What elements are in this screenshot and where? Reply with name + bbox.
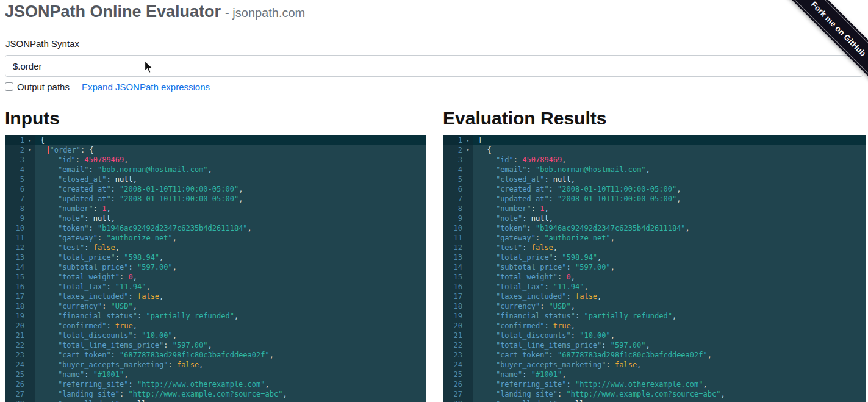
code-line-text: "total_discounts": "10.00", [35, 331, 426, 340]
code-line-text: { [473, 145, 866, 155]
code-line: 6 "created_at": "2008-01-10T11:00:00-05:… [5, 184, 426, 194]
output-paths-checkbox[interactable] [5, 82, 13, 91]
gutter-line-number: 24 [443, 360, 473, 370]
fold-gutter-spacer [24, 253, 35, 262]
line-number: 7 [443, 194, 462, 204]
line-number: 16 [5, 282, 24, 292]
code-line-text: "name": "#1001", [473, 370, 866, 379]
gutter-line-number: 27 [443, 389, 473, 399]
code-line: 9 "note": null, [443, 214, 866, 223]
code-line-text: { [35, 135, 426, 145]
line-number: 19 [5, 311, 24, 321]
line-number: 4 [443, 165, 462, 174]
gutter-line-number: 10 [443, 223, 473, 233]
code-line-text: "cancelled_at": null, [35, 399, 426, 402]
line-number: 8 [5, 204, 24, 214]
code-line: 8 "number": 1, [5, 204, 426, 214]
code-line-text: "total_line_items_price": "597.00", [473, 340, 866, 350]
github-ribbon-label: Fork me on GitHub [809, 0, 868, 58]
fold-gutter-spacer [462, 282, 473, 292]
line-number: 20 [443, 321, 462, 331]
gutter-line-number: 13 [443, 253, 473, 262]
gutter-line-number: 11 [443, 233, 473, 243]
line-number: 11 [443, 233, 462, 243]
gutter-line-number: 23 [5, 350, 35, 360]
code-line: 14 "subtotal_price": "597.00", [443, 262, 866, 272]
code-line: 5 "closed_at": null, [5, 174, 426, 184]
code-line-text: "total_tax": "11.94", [35, 282, 426, 292]
evaluation-results-panel: Evaluation Results 1▾[2▾ {3 "id": 450789… [443, 107, 866, 402]
fold-gutter-spacer [24, 174, 35, 184]
line-number: 12 [443, 243, 462, 253]
line-number: 12 [5, 243, 24, 253]
gutter-line-number: 19 [5, 311, 35, 321]
gutter-line-number: 18 [5, 301, 35, 311]
gutter-line-number: 4 [5, 165, 35, 174]
line-number: 11 [5, 233, 24, 243]
gutter-line-number: 2▾ [443, 145, 473, 155]
code-line: 25 "name": "#1001", [5, 370, 426, 379]
fold-gutter-spacer [462, 262, 473, 272]
code-line: 1▾{ [5, 135, 426, 145]
fold-arrow-icon[interactable]: ▾ [462, 135, 473, 145]
gutter-line-number: 19 [443, 311, 473, 321]
gutter-line-number: 6 [5, 184, 35, 194]
jsonpath-query-input[interactable] [5, 55, 863, 77]
fold-gutter-spacer [462, 243, 473, 253]
code-line: 16 "total_tax": "11.94", [5, 282, 426, 292]
evaluation-results-editor[interactable]: 1▾[2▾ {3 "id": 450789469,4 "email": "bob… [443, 135, 866, 402]
code-line: 22 "total_line_items_price": "597.00", [443, 340, 866, 350]
code-line-text: "total_weight": 0, [473, 272, 866, 282]
page-title: JSONPath Online Evaluator [5, 2, 221, 21]
gutter-line-number: 16 [443, 282, 473, 292]
line-number: 23 [443, 350, 462, 360]
code-line-text: "closed_at": null, [473, 174, 866, 184]
code-line: 23 "cart_token": "68778783ad298f1c80c3ba… [5, 350, 426, 360]
line-number: 9 [443, 214, 462, 223]
line-number: 26 [5, 379, 24, 389]
line-number: 28 [443, 399, 462, 402]
code-line: 18 "currency": "USD", [443, 301, 866, 311]
gutter-line-number: 9 [443, 214, 473, 223]
line-number: 28 [5, 399, 24, 402]
gutter-line-number: 14 [5, 262, 35, 272]
fold-arrow-icon[interactable]: ▾ [462, 145, 473, 155]
code-line-text: "buyer_accepts_marketing": false, [35, 360, 426, 370]
code-line-text: "total_price": "598.94", [473, 253, 866, 262]
gutter-line-number: 15 [5, 272, 35, 282]
fold-arrow-icon[interactable]: ▾ [24, 135, 35, 145]
line-number: 1 [443, 135, 462, 145]
gutter-line-number: 10 [5, 223, 35, 233]
expand-expressions-link[interactable]: Expand JSONPath expressions [82, 82, 210, 92]
line-number: 2 [443, 145, 462, 155]
code-line-text: "subtotal_price": "597.00", [35, 262, 426, 272]
line-number: 8 [443, 204, 462, 214]
page-header: JSONPath Online Evaluator- jsonpath.com [5, 2, 305, 21]
code-line: 24 "buyer_accepts_marketing": false, [443, 360, 866, 370]
fold-arrow-icon[interactable]: ▾ [24, 145, 35, 155]
fold-gutter-spacer [462, 184, 473, 194]
gutter-line-number: 17 [443, 292, 473, 301]
fold-gutter-spacer [462, 233, 473, 243]
github-ribbon[interactable]: Fork me on GitHub [777, 0, 868, 92]
inputs-json-editor[interactable]: 1▾{2▾ "order": {3 "id": 450789469,4 "ema… [5, 135, 426, 402]
fold-gutter-spacer [462, 223, 473, 233]
code-line-text: "cancelled_at": null, [473, 399, 866, 402]
line-number: 17 [443, 292, 462, 301]
fold-gutter-spacer [24, 389, 35, 399]
code-line-text: "referring_site": "http://www.otherexamp… [473, 379, 866, 389]
code-line-text: "gateway": "authorize_net", [473, 233, 866, 243]
fold-gutter-spacer [24, 204, 35, 214]
code-line-text: "taxes_included": false, [35, 292, 426, 301]
code-line: 5 "closed_at": null, [443, 174, 866, 184]
code-line-text: "currency": "USD", [35, 301, 426, 311]
code-line: 23 "cart_token": "68778783ad298f1c80c3ba… [443, 350, 866, 360]
code-line-text: "cart_token": "68778783ad298f1c80c3bafcd… [35, 350, 426, 360]
fold-gutter-spacer [462, 331, 473, 340]
fold-gutter-spacer [462, 379, 473, 389]
code-line-text: "token": "b1946ac92492d2347c6235b4d26111… [35, 223, 426, 233]
fold-gutter-spacer [24, 214, 35, 223]
fold-gutter-spacer [462, 311, 473, 321]
github-ribbon-band[interactable]: Fork me on GitHub [782, 0, 868, 85]
line-number: 19 [443, 311, 462, 321]
